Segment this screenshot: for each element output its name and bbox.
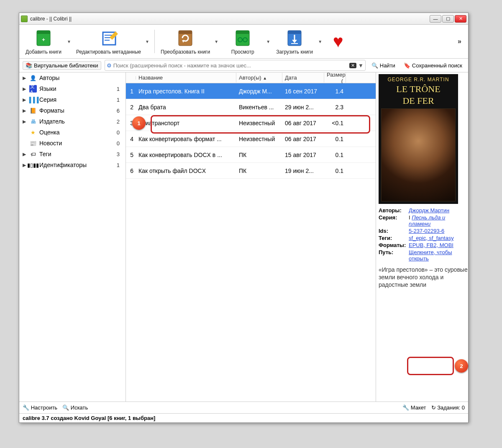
svg-rect-1 [37, 31, 50, 34]
row-title: Два брата [136, 104, 236, 111]
app-icon [21, 15, 28, 22]
download-icon [285, 29, 304, 47]
news-icon: 📰 [29, 139, 37, 147]
find-button[interactable]: Найти [369, 62, 398, 70]
col-title[interactable]: Название [136, 73, 236, 82]
minimize-button[interactable]: — [430, 15, 441, 23]
configure-button[interactable]: Настроить [23, 404, 57, 411]
status-bar: calibre 3.7 создано Kovid Goyal [6 книг,… [19, 413, 468, 422]
sidebar-item-languages[interactable]: ▶文AЯзыки1 [19, 83, 126, 94]
table-row[interactable]: 3АвиатранспортНеизвестный06 авг 2017<0.1 [126, 115, 376, 131]
barcode-icon: ▮▯▮▮ [29, 161, 37, 169]
description-text: «Игра престолов» – это суровые земли веч… [379, 266, 468, 289]
sidebar-item-news[interactable]: 📰Новости0 [19, 138, 126, 149]
sidebar-item-tags[interactable]: ▶🏷Теги3 [19, 149, 126, 160]
cover-image[interactable]: GEORGE R.R. MARTIN LE TRÔNE DE FER [379, 74, 458, 204]
book-list: Название Автор(ы) ▲ Дата Размер ( 1Игра … [126, 72, 376, 402]
authors-link[interactable]: Джордж Мартин [409, 207, 449, 214]
ids-label: Ids: [379, 228, 409, 234]
series-link[interactable]: Песнь льда и пламени [409, 214, 445, 227]
row-size: 0.1 [324, 136, 346, 142]
titlebar: calibre - || Colibri || — ▢ ✕ [19, 13, 468, 25]
tags-link[interactable]: sf_epic, sf_fantasy [409, 235, 454, 241]
person-icon: 👤 [29, 74, 37, 82]
sidebar-item-formats[interactable]: ▶📙Форматы6 [19, 105, 126, 116]
formats-label: Форматы: [379, 242, 409, 248]
magnifier-icon [62, 404, 69, 411]
window-title: calibre - || Colibri || [30, 16, 430, 22]
row-size: <0.1 [324, 120, 346, 126]
path-label: Путь: [379, 249, 409, 255]
row-title: Авиатранспорт [136, 120, 236, 126]
convert-books-button[interactable]: Преобразовать книги [159, 26, 212, 57]
row-size: 2.3 [324, 104, 346, 111]
layout-button[interactable]: Макет [402, 404, 426, 411]
table-row[interactable]: 2Два братаВикентьев ...29 июн 2...2.3 [126, 99, 376, 115]
language-icon: 文A [29, 85, 37, 93]
row-date: 16 сен 2017 [282, 88, 324, 95]
saved-search-button[interactable]: Сохраненный поиск [401, 62, 465, 70]
formats-link[interactable]: EPUB, FB2, MOBI [409, 242, 453, 248]
star-icon: ★ [29, 129, 37, 136]
jobs-button[interactable]: Задания: 0 [431, 404, 465, 411]
svg-text:+: + [42, 36, 45, 43]
status-text: calibre 3.7 создано Kovid Goyal [6 книг,… [23, 415, 155, 421]
row-author: Джордж М... [236, 88, 282, 95]
add-books-dropdown[interactable]: ▼ [67, 39, 72, 44]
gear-icon[interactable] [107, 62, 112, 69]
convert-dropdown[interactable]: ▼ [214, 39, 219, 44]
tags-label: Теги: [379, 235, 409, 241]
row-date: 06 авг 2017 [282, 136, 324, 142]
sidebar-item-publisher[interactable]: ▶🖶Издатель2 [19, 116, 126, 127]
row-title: Игра престолов. Книга II [136, 88, 236, 95]
row-index: 5 [126, 152, 136, 158]
publisher-icon: 🖶 [29, 118, 37, 125]
download-books-button[interactable]: Загрузить книги [274, 26, 315, 57]
table-row[interactable]: 4Как конвертировать формат ...Неизвестны… [126, 131, 376, 147]
wrench-icon [23, 404, 29, 411]
search-box[interactable]: ✕ ▼ [105, 60, 366, 71]
edit-metadata-button[interactable]: Редактировать метаданные [74, 26, 143, 57]
maximize-button[interactable]: ▢ [442, 15, 454, 23]
row-author: ПК [236, 167, 282, 174]
table-row[interactable]: 6Как открыть файл DOCXПК19 июн 2...0.1 [126, 163, 376, 179]
col-author[interactable]: Автор(ы) ▲ [236, 73, 282, 82]
magnifier-icon [371, 62, 378, 69]
donate-button[interactable]: ♥ [325, 30, 351, 53]
main-toolbar: + Добавить книги ▼ Редактировать метадан… [19, 25, 468, 59]
col-date[interactable]: Дата [282, 73, 324, 82]
row-date: 15 авг 2017 [282, 152, 324, 158]
col-index[interactable] [126, 76, 136, 80]
add-books-button[interactable]: + Добавить книги [23, 26, 64, 57]
clear-search-icon[interactable]: ✕ [349, 63, 356, 68]
view-button[interactable]: Просмотр [222, 26, 264, 57]
virtual-libraries-button[interactable]: 📚 Виртуальные библиотеки [23, 61, 101, 70]
search-tagbrowser-button[interactable]: Искать [62, 404, 88, 411]
table-row[interactable]: 1Игра престолов. Книга IIДжордж М...16 с… [126, 83, 376, 99]
row-title: Как конвертировать формат ... [136, 136, 236, 142]
row-date: 19 июн 2... [282, 167, 324, 174]
edit-metadata-dropdown[interactable]: ▼ [145, 39, 150, 44]
bottom-bar: Настроить Искать Макет Задания: 0 [19, 402, 468, 413]
ids-link[interactable]: 5-237-02293-6 [409, 228, 444, 234]
search-toolbar: 📚 Виртуальные библиотеки ✕ ▼ Найти Сохра… [19, 59, 468, 72]
row-author: Викентьев ... [236, 104, 282, 111]
book-details-panel: GEORGE R.R. MARTIN LE TRÔNE DE FER Автор… [376, 72, 468, 402]
search-dropdown[interactable]: ▼ [358, 62, 364, 69]
sidebar-item-authors[interactable]: ▶👤Авторы [19, 72, 126, 83]
sidebar-item-series[interactable]: ▶▐▐▐Серия1 [19, 94, 126, 105]
close-button[interactable]: ✕ [455, 15, 466, 23]
overflow-button[interactable]: » [458, 38, 465, 45]
download-dropdown[interactable]: ▼ [318, 39, 323, 44]
row-index: 2 [126, 104, 136, 111]
table-row[interactable]: 5Как конвертировать DOCX в ...ПК15 авг 2… [126, 147, 376, 163]
row-size: 1.4 [324, 88, 346, 95]
search-input[interactable] [113, 62, 349, 69]
edit-metadata-icon [100, 29, 118, 47]
view-dropdown[interactable]: ▼ [266, 39, 271, 44]
series-icon: ▐▐▐ [29, 96, 37, 103]
sidebar-item-identifiers[interactable]: ▶▮▯▮▮Идентификаторы1 [19, 160, 126, 170]
bookmark-icon [404, 62, 410, 69]
path-link[interactable]: Щелкните, чтобы открыть [409, 249, 452, 262]
sidebar-item-rating[interactable]: ★Оценка0 [19, 127, 126, 138]
